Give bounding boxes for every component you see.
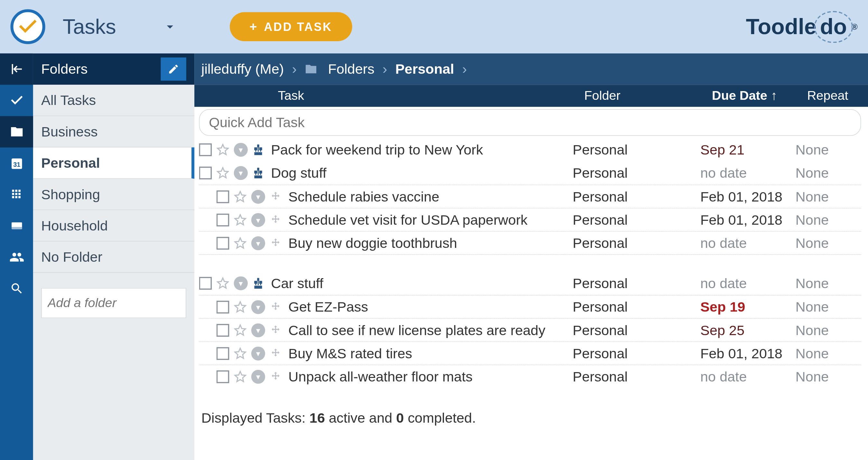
add-task-button[interactable]: + ADD TASK <box>230 12 352 41</box>
task-repeat[interactable]: None <box>796 368 829 384</box>
move-icon[interactable] <box>270 324 284 336</box>
task-repeat[interactable]: None <box>796 235 829 251</box>
move-icon[interactable] <box>270 347 284 359</box>
edit-folders-button[interactable] <box>161 58 186 81</box>
task-title[interactable]: Buy M&S rated tires <box>288 345 573 361</box>
task-due-date[interactable]: no date <box>701 165 796 181</box>
task-checkbox[interactable] <box>217 190 229 203</box>
task-folder[interactable]: Personal <box>573 142 701 158</box>
task-title[interactable]: Schedule rabies vaccine <box>288 188 573 204</box>
task-repeat[interactable]: None <box>796 275 829 291</box>
task-title[interactable]: Car stuff <box>271 275 573 291</box>
star-icon[interactable] <box>234 370 248 383</box>
star-icon[interactable] <box>234 347 248 360</box>
task-title[interactable]: Pack for weekend trip to New York <box>271 142 573 158</box>
expand-icon[interactable]: ▾ <box>234 166 248 180</box>
rail-calendar[interactable]: 31 <box>0 147 33 179</box>
star-icon[interactable] <box>234 237 248 250</box>
task-title[interactable]: Unpack all-weather floor mats <box>288 368 573 384</box>
column-folder[interactable]: Folder <box>584 88 712 103</box>
expand-icon[interactable]: ▾ <box>251 370 265 383</box>
task-repeat[interactable]: None <box>796 299 829 315</box>
subtask-tree-icon[interactable] <box>253 167 267 179</box>
expand-icon[interactable]: ▾ <box>251 236 265 250</box>
star-icon[interactable] <box>234 190 248 203</box>
move-icon[interactable] <box>270 371 284 382</box>
task-repeat[interactable]: None <box>796 211 829 228</box>
task-folder[interactable]: Personal <box>573 211 701 228</box>
add-folder-input[interactable] <box>41 288 186 318</box>
sidebar-item-business[interactable]: Business <box>33 116 194 147</box>
task-folder[interactable]: Personal <box>573 188 701 204</box>
task-due-date[interactable]: Sep 25 <box>701 322 796 338</box>
task-row[interactable]: ▾Dog stuffPersonalno dateNone <box>199 161 861 184</box>
task-folder[interactable]: Personal <box>573 299 701 315</box>
expand-icon[interactable]: ▾ <box>251 300 265 314</box>
column-due-date[interactable]: Due Date ↑ <box>712 88 807 103</box>
task-folder[interactable]: Personal <box>573 275 701 291</box>
task-folder[interactable]: Personal <box>573 165 701 181</box>
task-title[interactable]: Schedule vet visit for USDA paperwork <box>288 211 573 228</box>
breadcrumb-folders[interactable]: Folders <box>328 61 374 77</box>
task-checkbox[interactable] <box>217 213 229 226</box>
breadcrumb-current[interactable]: Personal <box>395 61 454 77</box>
task-due-date[interactable]: no date <box>701 235 796 251</box>
task-folder[interactable]: Personal <box>573 345 701 361</box>
move-icon[interactable] <box>270 214 284 226</box>
move-icon[interactable] <box>270 237 284 249</box>
expand-icon[interactable]: ▾ <box>234 143 248 157</box>
rail-folders[interactable] <box>0 116 33 147</box>
task-row[interactable]: ▾Schedule rabies vaccinePersonalFeb 01, … <box>199 185 861 208</box>
column-task[interactable]: Task <box>194 88 584 103</box>
expand-icon[interactable]: ▾ <box>234 276 248 290</box>
star-icon[interactable] <box>217 143 230 156</box>
subtask-tree-icon[interactable] <box>253 278 267 289</box>
task-checkbox[interactable] <box>199 167 212 180</box>
task-row[interactable]: ▾Unpack all-weather floor matsPersonalno… <box>199 365 861 388</box>
expand-icon[interactable]: ▾ <box>251 323 265 337</box>
task-repeat[interactable]: None <box>796 142 829 158</box>
sidebar-item-personal[interactable]: Personal <box>33 147 194 179</box>
move-icon[interactable] <box>270 301 284 313</box>
star-icon[interactable] <box>234 300 248 313</box>
quick-add-input[interactable] <box>199 109 861 136</box>
task-row[interactable]: ▾Call to see if new license plates are r… <box>199 318 861 341</box>
task-checkbox[interactable] <box>199 277 212 290</box>
rail-people[interactable] <box>0 241 33 272</box>
task-due-date[interactable]: Sep 21 <box>701 142 796 158</box>
task-due-date[interactable]: no date <box>701 275 796 291</box>
task-checkbox[interactable] <box>217 323 229 336</box>
task-repeat[interactable]: None <box>796 322 829 338</box>
task-due-date[interactable]: Feb 01, 2018 <box>701 188 796 204</box>
task-due-date[interactable]: Feb 01, 2018 <box>701 345 796 361</box>
move-icon[interactable] <box>270 191 284 202</box>
rail-tasks[interactable] <box>0 85 33 116</box>
expand-icon[interactable]: ▾ <box>251 190 265 203</box>
task-due-date[interactable]: no date <box>701 368 796 384</box>
task-row[interactable]: ▾Car stuffPersonalno dateNone <box>199 272 861 295</box>
task-checkbox[interactable] <box>217 300 229 313</box>
task-checkbox[interactable] <box>217 347 229 360</box>
star-icon[interactable] <box>217 277 230 290</box>
task-row[interactable]: ▾Buy M&S rated tiresPersonalFeb 01, 2018… <box>199 341 861 365</box>
task-title[interactable]: Call to see if new license plates are re… <box>288 322 573 338</box>
sidebar-item-household[interactable]: Household <box>33 210 194 241</box>
star-icon[interactable] <box>217 167 230 180</box>
rail-search[interactable] <box>0 273 33 304</box>
star-icon[interactable] <box>234 323 248 336</box>
sidebar-item-all-tasks[interactable]: All Tasks <box>33 85 194 116</box>
task-title[interactable]: Dog stuff <box>271 165 573 181</box>
task-due-date[interactable]: Sep 19 <box>701 299 796 315</box>
sidebar-item-shopping[interactable]: Shopping <box>33 179 194 210</box>
expand-icon[interactable]: ▾ <box>251 346 265 360</box>
task-row[interactable]: ▾Schedule vet visit for USDA paperworkPe… <box>199 208 861 231</box>
rail-collapse[interactable] <box>0 53 33 85</box>
star-icon[interactable] <box>234 213 248 226</box>
subtask-tree-icon[interactable] <box>253 144 267 155</box>
task-repeat[interactable]: None <box>796 188 829 204</box>
task-title[interactable]: Get EZ-Pass <box>288 299 573 315</box>
task-row[interactable]: ▾Pack for weekend trip to New YorkPerson… <box>199 138 861 161</box>
task-row[interactable]: ▾Buy new doggie toothbrushPersonalno dat… <box>199 231 861 254</box>
task-repeat[interactable]: None <box>796 165 829 181</box>
rail-grid[interactable] <box>0 179 33 210</box>
